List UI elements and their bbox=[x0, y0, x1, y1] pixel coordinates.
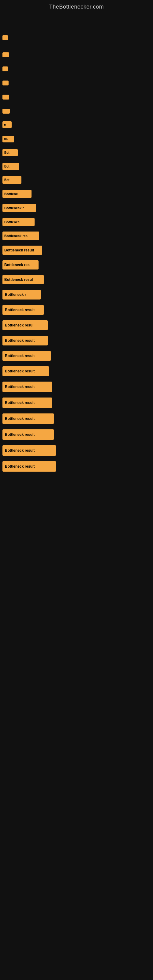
list-item: Bottlene bbox=[0, 186, 153, 199]
bottleneck-badge bbox=[2, 81, 9, 86]
list-item: Bot bbox=[0, 172, 153, 185]
list-item: Bottleneck result bbox=[0, 378, 153, 393]
list-item: Bottleneck result bbox=[0, 242, 153, 256]
bottleneck-badge: Bottleneck res bbox=[2, 232, 39, 240]
list-item: Bottleneck result bbox=[0, 458, 153, 473]
list-item: Bottleneck resu bbox=[0, 317, 153, 331]
bottleneck-badge: Bo bbox=[2, 136, 14, 142]
list-item: Bottleneck result bbox=[0, 426, 153, 441]
site-title: TheBottlenecker.com bbox=[0, 0, 153, 13]
list-item: Bottleneck result bbox=[0, 394, 153, 409]
bottleneck-badge: Bot bbox=[2, 149, 18, 156]
list-item: Bottleneck resul bbox=[0, 271, 153, 285]
bottleneck-badge: Bottleneck resu bbox=[2, 320, 48, 330]
bottleneck-badge: Bottleneck result bbox=[2, 366, 49, 376]
list-item: Bottleneck result bbox=[0, 332, 153, 347]
bottleneck-badge bbox=[2, 35, 8, 40]
bottleneck-badge: Bottlenec bbox=[2, 218, 35, 226]
bottleneck-badge: Bottleneck result bbox=[2, 414, 54, 424]
bottleneck-badge bbox=[2, 52, 9, 57]
bottleneck-badge bbox=[2, 67, 8, 72]
list-item bbox=[0, 101, 153, 115]
list-item bbox=[0, 87, 153, 101]
bottleneck-badge: Bottleneck result bbox=[2, 461, 56, 472]
list-item bbox=[0, 16, 153, 41]
bottleneck-badge: B bbox=[2, 121, 12, 128]
list-item: Bottleneck r bbox=[0, 286, 153, 301]
list-item: Bo bbox=[0, 130, 153, 144]
list-item: Bot bbox=[0, 144, 153, 158]
list-item bbox=[0, 73, 153, 87]
bottleneck-badge: Bottlene bbox=[2, 190, 32, 198]
list-item: Bottleneck result bbox=[0, 442, 153, 457]
bottleneck-badge bbox=[2, 109, 10, 114]
bottleneck-badge: Bottleneck result bbox=[2, 305, 44, 315]
bottleneck-badge: Bottleneck result bbox=[2, 430, 54, 440]
bottleneck-badge: Bot bbox=[2, 176, 21, 184]
bottleneck-badge: Bottleneck r bbox=[2, 290, 41, 299]
content-area: BBoBotBotBotBottleneBottleneck rBottlene… bbox=[0, 13, 153, 477]
bottleneck-badge: Bottleneck result bbox=[2, 246, 42, 255]
bottleneck-badge: Bottleneck resul bbox=[2, 275, 44, 284]
bottleneck-badge bbox=[2, 95, 9, 100]
list-item: Bottleneck res bbox=[0, 257, 153, 271]
list-item: Bot bbox=[0, 158, 153, 171]
list-item: Bottleneck result bbox=[0, 301, 153, 316]
bottleneck-badge: Bottleneck result bbox=[2, 336, 48, 345]
list-item bbox=[0, 42, 153, 59]
bottleneck-badge: Bot bbox=[2, 163, 19, 170]
bottleneck-badge: Bottleneck res bbox=[2, 260, 38, 269]
list-item: Bottleneck result bbox=[0, 410, 153, 425]
bottleneck-badge: Bottleneck result bbox=[2, 398, 52, 408]
list-item: Bottleneck result bbox=[0, 363, 153, 377]
list-item: Bottleneck result bbox=[0, 347, 153, 362]
bottleneck-badge: Bottleneck result bbox=[2, 445, 56, 456]
list-item: B bbox=[0, 115, 153, 129]
list-item: Bottlenec bbox=[0, 214, 153, 227]
list-item bbox=[0, 59, 153, 73]
bottleneck-badge: Bottleneck result bbox=[2, 382, 52, 392]
list-item: Bottleneck res bbox=[0, 228, 153, 241]
bottleneck-badge: Bottleneck r bbox=[2, 204, 36, 212]
list-item: Bottleneck r bbox=[0, 200, 153, 213]
bottleneck-badge: Bottleneck result bbox=[2, 351, 51, 361]
